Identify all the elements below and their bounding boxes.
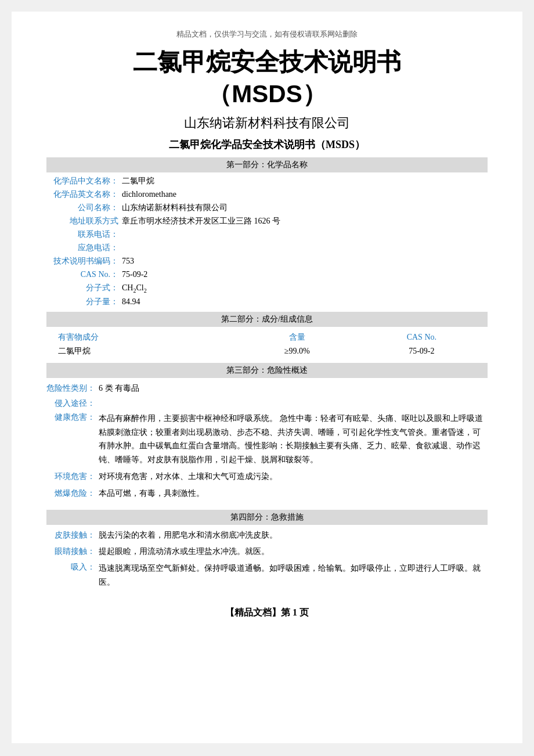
doc-subtitle: 二氯甲烷化学品安全技术说明书（MSDS）: [46, 138, 488, 152]
value-eye-contact: 提起眼睑，用流动清水或生理盐水冲洗。就医。: [99, 545, 488, 559]
label-emergency: 应急电话：: [46, 243, 122, 253]
value-skin-contact: 脱去污染的衣着，用肥皂水和清水彻底冲洗皮肤。: [99, 528, 488, 542]
document-page: 精品文档，仅供学习与交流，如有侵权请联系网站删除 二氯甲烷安全技术说明书 （MS…: [12, 12, 522, 743]
field-skin-contact: 皮肤接触： 脱去污染的衣着，用肥皂水和清水彻底冲洗皮肤。: [46, 528, 488, 542]
value-english-name: dichloromethane: [122, 190, 488, 199]
label-cas: CAS No.：: [46, 269, 122, 280]
value-mw: 84.94: [122, 297, 488, 307]
field-company: 公司名称： 山东纳诺新材料科技有限公司: [46, 203, 488, 213]
field-fire-hazard: 燃爆危险： 本品可燃，有毒，具刺激性。: [46, 487, 488, 501]
value-fire-hazard: 本品可燃，有毒，具刺激性。: [99, 487, 488, 501]
field-chinese-name: 化学品中文名称： 二氯甲烷: [46, 176, 488, 186]
field-inhalation: 吸入： 迅速脱离现场至空气新鲜处。保持呼吸道通畅。如呼吸困难，给输氧。如呼吸停止…: [46, 561, 488, 589]
label-health-hazard: 健康危害：: [46, 412, 99, 423]
value-address: 章丘市明水经济技术开发区工业三路 1626 号: [122, 216, 488, 226]
label-mw: 分子量：: [46, 297, 122, 307]
composition-table: 有害物成分 含量 CAS No. 二氯甲烷 ≥99.0% 75-09-2: [46, 330, 488, 358]
field-mw: 分子量： 84.94: [46, 297, 488, 307]
label-inhalation: 吸入：: [46, 561, 99, 573]
substance-cas: 75-09-2: [356, 344, 488, 358]
value-formula: CH2Cl2: [122, 283, 488, 294]
field-danger-class: 危险性类别： 6 类 有毒品: [46, 381, 488, 395]
value-company: 山东纳诺新材料科技有限公司: [122, 203, 488, 213]
field-emergency: 应急电话：: [46, 243, 488, 253]
section1-header: 第一部分：化学品名称: [46, 157, 488, 172]
col-content: 含量: [239, 330, 356, 344]
company-name: 山东纳诺新材料科技有限公司: [46, 114, 488, 132]
label-chinese-name: 化学品中文名称：: [46, 176, 122, 186]
field-phone: 联系电话：: [46, 229, 488, 240]
table-row: 二氯甲烷 ≥99.0% 75-09-2: [46, 344, 488, 358]
field-code: 技术说明书编码： 753: [46, 256, 488, 267]
label-eye-contact: 眼睛接触：: [46, 546, 99, 557]
label-danger-class: 危险性类别：: [46, 383, 99, 394]
label-english-name: 化学品英文名称：: [46, 189, 122, 200]
value-health-hazard: 本品有麻醉作用，主要损害中枢神经和呼吸系统。 急性中毒：轻者可有眩晕、头痛、呕吐…: [99, 412, 488, 467]
field-cas: CAS No.： 75-09-2: [46, 269, 488, 280]
field-address: 地址联系方式 章丘市明水经济技术开发区工业三路 1626 号: [46, 216, 488, 226]
value-inhalation: 迅速脱离现场至空气新鲜处。保持呼吸道通畅。如呼吸困难，给输氧。如呼吸停止，立即进…: [99, 561, 488, 589]
field-entry-route: 侵入途径：: [46, 398, 488, 409]
substance-content: ≥99.0%: [239, 344, 356, 358]
field-eye-contact: 眼睛接触： 提起眼睑，用流动清水或生理盐水冲洗。就医。: [46, 545, 488, 559]
main-title: 二氯甲烷安全技术说明书 （MSDS）: [46, 46, 488, 110]
col-cas: CAS No.: [356, 330, 488, 344]
field-env-hazard: 环境危害： 对环境有危害，对水体、土壤和大气可造成污染。: [46, 470, 488, 484]
label-phone: 联系电话：: [46, 229, 122, 240]
label-address: 地址联系方式: [46, 216, 122, 226]
col-substance: 有害物成分: [46, 330, 239, 344]
footer-text: 【精品文档】第 1 页: [46, 607, 488, 619]
section4-header: 第四部分：急救措施: [46, 510, 488, 525]
section2-header: 第二部分：成分/组成信息: [46, 312, 488, 327]
value-chinese-name: 二氯甲烷: [122, 176, 488, 186]
label-company: 公司名称：: [46, 203, 122, 213]
value-cas: 75-09-2: [122, 270, 488, 279]
substance-name: 二氯甲烷: [46, 344, 239, 358]
value-danger-class: 6 类 有毒品: [99, 381, 488, 395]
field-health-hazard: 健康危害： 本品有麻醉作用，主要损害中枢神经和呼吸系统。 急性中毒：轻者可有眩晕…: [46, 412, 488, 467]
value-env-hazard: 对环境有危害，对水体、土壤和大气可造成污染。: [99, 470, 488, 484]
label-skin-contact: 皮肤接触：: [46, 530, 99, 541]
watermark-text: 精品文档，仅供学习与交流，如有侵权请联系网站删除: [46, 29, 488, 39]
label-code: 技术说明书编码：: [46, 256, 122, 267]
value-code: 753: [122, 257, 488, 266]
label-fire-hazard: 燃爆危险：: [46, 488, 99, 499]
field-english-name: 化学品英文名称： dichloromethane: [46, 189, 488, 200]
field-formula: 分子式： CH2Cl2: [46, 283, 488, 294]
section3-header: 第三部分：危险性概述: [46, 363, 488, 378]
label-formula: 分子式：: [46, 283, 122, 293]
label-env-hazard: 环境危害：: [46, 471, 99, 482]
label-entry-route: 侵入途径：: [46, 398, 99, 409]
